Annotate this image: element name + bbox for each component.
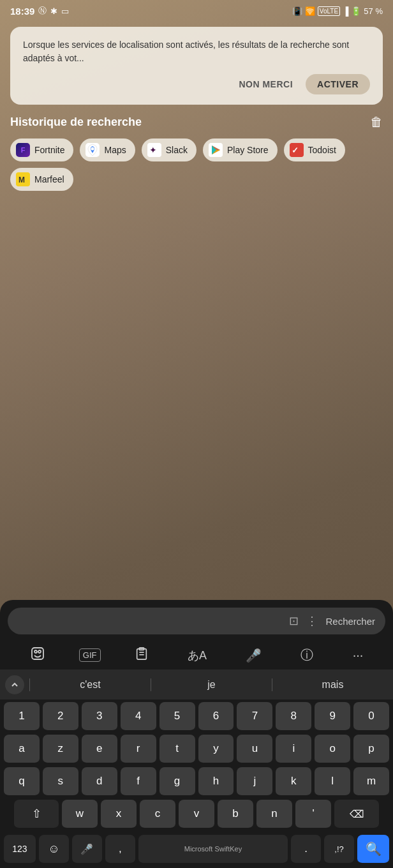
key-t[interactable]: t (159, 735, 195, 764)
fortnite-icon: F (16, 143, 30, 157)
status-bar: 18:39 Ⓝ ✱ ▭ 📳 🛜 VoLTE ▐ 🔋 57 % (0, 0, 393, 19)
more-icon[interactable]: ··· (348, 645, 369, 665)
chip-fortnite-label: Fortnite (34, 145, 64, 155)
mic-icon[interactable]: 🎤 (241, 645, 267, 666)
chip-slack[interactable]: ✦ Slack (142, 138, 196, 161)
info-icon[interactable]: ⓘ (295, 644, 318, 666)
key-z[interactable]: z (43, 735, 78, 764)
chip-maps-label: Maps (104, 145, 126, 155)
search-bar[interactable]: ⊡ ⋮ Rechercher (8, 608, 385, 634)
punct-key[interactable]: ,!? (324, 835, 354, 864)
trash-icon[interactable]: 🗑 (370, 115, 383, 130)
key-6[interactable]: 6 (198, 702, 234, 731)
backspace-key[interactable]: ⌫ (334, 800, 379, 829)
key-w[interactable]: w (62, 800, 98, 829)
key-5[interactable]: 5 (159, 702, 195, 731)
key-apostrophe[interactable]: ' (295, 800, 331, 829)
key-b[interactable]: b (218, 800, 253, 829)
key-s[interactable]: s (43, 767, 78, 797)
key-4[interactable]: 4 (121, 702, 156, 731)
marfeel-icon: M (16, 172, 30, 186)
no-thanks-button[interactable]: NON MERCI (234, 77, 298, 92)
key-8[interactable]: 8 (276, 702, 311, 731)
search-history: Historique de recherche 🗑 F Fortnite Map… (10, 115, 383, 191)
key-2[interactable]: 2 (43, 702, 78, 731)
chip-todoist-label: Todoist (308, 145, 336, 155)
key-g[interactable]: g (159, 767, 195, 797)
search-enter-key[interactable]: 🔍 (357, 835, 389, 864)
suggestion-1[interactable]: c'est (30, 677, 151, 693)
more-options-icon[interactable]: ⋮ (306, 614, 318, 628)
key-u[interactable]: u (237, 735, 272, 764)
chip-marfeel-label: Marfeel (34, 174, 64, 184)
key-7[interactable]: 7 (237, 702, 272, 731)
calendar-icon: ▭ (61, 6, 69, 16)
comma-key[interactable]: , (105, 835, 135, 864)
space-key[interactable]: Microsoft SwiftKey (138, 835, 288, 864)
clipboard-icon[interactable] (130, 644, 154, 666)
scan-icon[interactable]: ⊡ (289, 614, 299, 628)
key-j[interactable]: j (237, 767, 272, 797)
chip-playstore[interactable]: Play Store (203, 138, 278, 161)
key-c[interactable]: c (140, 800, 175, 829)
key-p[interactable]: p (353, 735, 389, 764)
chip-fortnite[interactable]: F Fortnite (10, 138, 73, 161)
chip-playstore-label: Play Store (227, 145, 269, 155)
chip-todoist[interactable]: ✓ Todoist (284, 138, 345, 161)
shift-key[interactable]: ⇧ (14, 800, 59, 829)
sticker-icon[interactable] (25, 643, 50, 667)
key-i[interactable]: i (276, 735, 311, 764)
key-y[interactable]: y (198, 735, 234, 764)
emoji-key[interactable]: ☺ (39, 835, 69, 864)
chip-maps[interactable]: Maps (80, 138, 135, 161)
signal-icon: ▐ (343, 6, 348, 16)
collapse-button[interactable] (5, 675, 24, 694)
key-l[interactable]: l (315, 767, 350, 797)
suggestion-3[interactable]: mais (272, 677, 393, 693)
battery-percent: 57 % (364, 6, 383, 16)
key-h[interactable]: h (198, 767, 234, 797)
svg-point-14 (34, 650, 37, 653)
key-r[interactable]: r (121, 735, 156, 764)
svg-text:M: M (19, 176, 25, 184)
num-key[interactable]: 123 (4, 835, 36, 864)
key-e[interactable]: e (82, 735, 117, 764)
key-a[interactable]: a (4, 735, 40, 764)
chip-slack-label: Slack (166, 145, 188, 155)
row-shift: ⇧ w x c v b n ' ⌫ (4, 800, 389, 829)
activate-button[interactable]: ACTIVER (306, 74, 370, 94)
key-o[interactable]: o (315, 735, 350, 764)
svg-point-1 (91, 147, 94, 151)
maps-icon (85, 143, 100, 157)
search-history-header: Historique de recherche 🗑 (10, 115, 383, 130)
key-9[interactable]: 9 (315, 702, 350, 731)
chip-marfeel[interactable]: M Marfeel (10, 168, 73, 191)
search-button[interactable]: Rechercher (325, 616, 375, 627)
svg-point-15 (38, 650, 41, 653)
key-q[interactable]: q (4, 767, 40, 797)
language-icon[interactable]: あA (182, 645, 212, 666)
search-bar-container: ⊡ ⋮ Rechercher (0, 600, 393, 640)
key-f[interactable]: f (121, 767, 156, 797)
key-3[interactable]: 3 (82, 702, 117, 731)
key-x[interactable]: x (101, 800, 137, 829)
battery-icon: 🔋 (351, 6, 361, 16)
mic-bottom-key[interactable]: 🎤 (72, 835, 102, 864)
location-banner-actions: NON MERCI ACTIVER (23, 74, 370, 94)
nfc-icon: Ⓝ (38, 5, 47, 17)
key-m[interactable]: m (353, 767, 389, 797)
key-d[interactable]: d (82, 767, 117, 797)
key-k[interactable]: k (276, 767, 311, 797)
key-v[interactable]: v (179, 800, 214, 829)
slack-icon: ✦ (147, 143, 161, 157)
period-key[interactable]: . (291, 835, 321, 864)
row-azerty: a z e r t y u i o p (4, 735, 389, 764)
key-n[interactable]: n (256, 800, 292, 829)
row-qsdfg: q s d f g h j k l m (4, 767, 389, 797)
suggestion-2[interactable]: je (151, 677, 272, 693)
history-chips: F Fortnite Maps ✦ Slack (10, 138, 383, 191)
gif-icon[interactable]: GIF (79, 648, 101, 662)
key-1[interactable]: 1 (4, 702, 40, 731)
key-0[interactable]: 0 (353, 702, 389, 731)
status-right: 📳 🛜 VoLTE ▐ 🔋 57 % (292, 6, 383, 16)
